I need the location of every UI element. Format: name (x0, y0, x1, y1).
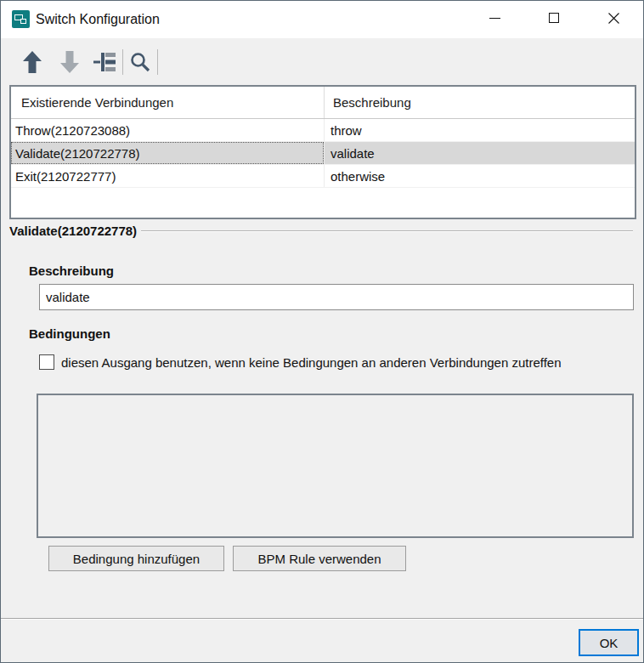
app-icon (12, 10, 30, 28)
maximize-icon (549, 13, 559, 23)
move-down-icon (59, 50, 80, 74)
table-row-selected[interactable]: Validate(2120722778) validate (11, 142, 635, 165)
move-down-button[interactable] (55, 48, 84, 76)
tree-connections-icon (93, 50, 117, 74)
search-button[interactable] (126, 48, 155, 76)
maximize-button[interactable] (524, 1, 584, 35)
toolbar-separator (157, 49, 158, 75)
close-button[interactable] (584, 1, 643, 35)
cell-description[interactable]: throw (324, 119, 635, 141)
use-bpm-rule-button[interactable]: BPM Rule verwenden (233, 546, 406, 571)
bedingungen-label: Bedingungen (29, 326, 110, 341)
footer: OK (1, 620, 643, 663)
toolbar-separator (122, 49, 123, 75)
beschreibung-label: Beschreibung (29, 264, 114, 278)
beschreibung-input[interactable] (39, 284, 634, 310)
close-icon (607, 12, 620, 25)
move-up-icon (22, 50, 42, 74)
cell-connection[interactable]: Throw(2120723088) (11, 119, 324, 141)
minimize-button[interactable] (465, 1, 524, 35)
cell-connection[interactable]: Exit(2120722777) (11, 165, 324, 187)
titlebar: Switch Konfiguration (1, 1, 643, 38)
default-output-checkbox-label[interactable]: diesen Ausgang benutzen, wenn keine Bedi… (61, 355, 562, 370)
ok-button[interactable]: OK (579, 629, 639, 656)
connections-table: Existierende Verbindungen Beschreibung T… (9, 85, 636, 219)
switch-konfiguration-dialog: Switch Konfiguration (0, 0, 644, 663)
cell-connection[interactable]: Validate(2120722778) (11, 142, 324, 164)
default-output-checkbox[interactable] (39, 354, 54, 370)
default-output-checkbox-row[interactable]: diesen Ausgang benutzen, wenn keine Bedi… (39, 354, 562, 370)
group-divider (141, 230, 633, 232)
window-controls (465, 1, 643, 35)
toolbar (1, 38, 643, 85)
group-title: Validate(2120722778) (9, 224, 137, 238)
cell-description[interactable]: otherwise (324, 165, 635, 187)
add-condition-button[interactable]: Bedingung hinzufügen (48, 546, 224, 571)
conditions-list-panel[interactable] (37, 394, 634, 538)
group-header: Validate(2120722778) (9, 224, 633, 238)
move-up-button[interactable] (18, 48, 47, 76)
search-icon (129, 51, 151, 73)
table-header: Existierende Verbindungen Beschreibung (11, 87, 635, 119)
minimize-icon (489, 18, 500, 19)
window-title: Switch Konfiguration (36, 1, 160, 38)
column-header-description[interactable]: Beschreibung (324, 87, 635, 118)
tree-connections-button[interactable] (91, 48, 120, 76)
column-header-connection[interactable]: Existierende Verbindungen (11, 87, 324, 118)
cell-description[interactable]: validate (324, 142, 635, 164)
table-row[interactable]: Throw(2120723088) throw (11, 119, 635, 142)
table-row[interactable]: Exit(2120722777) otherwise (11, 165, 635, 188)
